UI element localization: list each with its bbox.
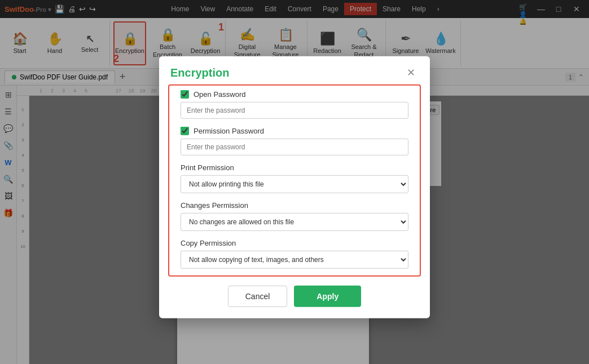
open-password-section: Open Password <box>181 90 408 119</box>
dialog-title: Encryption <box>170 66 229 79</box>
open-password-checkbox[interactable] <box>181 90 189 99</box>
copy-permission-select[interactable]: Not allow copying of text, images, and o… <box>181 251 408 269</box>
permission-password-input[interactable] <box>181 139 408 156</box>
open-password-row: Open Password <box>181 90 408 99</box>
dialog-header: Encryption ✕ <box>159 56 430 85</box>
permission-password-row: Permission Password <box>181 127 408 135</box>
changes-permission-select[interactable]: No changes are allowed on this file Allo… <box>181 213 408 231</box>
permission-password-section: Permission Password <box>181 127 408 156</box>
open-password-input[interactable] <box>181 102 408 119</box>
apply-button[interactable]: Apply <box>294 286 361 307</box>
copy-permission-label: Copy Permission <box>181 239 408 247</box>
permission-password-label: Permission Password <box>194 127 264 135</box>
permission-password-checkbox[interactable] <box>181 127 189 135</box>
copy-permission-section: Copy Permission Not allow copying of tex… <box>181 239 408 269</box>
changes-permission-label: Changes Permission <box>181 201 408 210</box>
print-permission-section: Print Permission Not allow printing this… <box>181 163 408 193</box>
encryption-dialog: Encryption ✕ Open Password Permission Pa… <box>159 56 430 318</box>
open-password-label: Open Password <box>194 90 246 99</box>
cancel-button[interactable]: Cancel <box>228 286 288 307</box>
print-permission-label: Print Permission <box>181 163 408 172</box>
dialog-footer: Cancel Apply <box>159 286 430 318</box>
dialog-close-button[interactable]: ✕ <box>403 65 419 80</box>
print-permission-select[interactable]: Not allow printing this file Allow print… <box>181 175 408 193</box>
dialog-body: Open Password Permission Password Print … <box>168 85 421 277</box>
changes-permission-section: Changes Permission No changes are allowe… <box>181 201 408 231</box>
